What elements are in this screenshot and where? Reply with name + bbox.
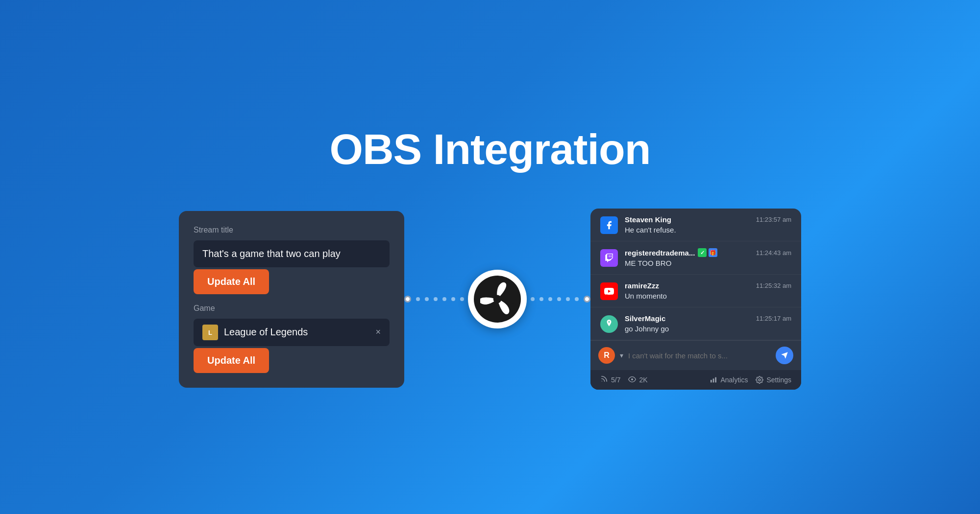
connection-line-left	[404, 270, 590, 328]
dot-r-2	[539, 297, 543, 301]
eye-icon	[628, 375, 636, 385]
msg-time-4: 11:25:17 am	[756, 315, 791, 322]
settings-icon	[756, 376, 763, 384]
send-button[interactable]	[776, 347, 793, 364]
msg-time-1: 11:23:57 am	[756, 216, 791, 223]
dot-3	[434, 297, 438, 301]
game-clear-button[interactable]: ×	[375, 327, 381, 337]
dot-r-3	[548, 297, 552, 301]
periscope-icon	[600, 315, 618, 333]
chat-message-3: ramireZzz 11:25:32 am Un momento	[590, 275, 801, 307]
analytics-label: Analytics	[720, 376, 748, 384]
send-icon	[781, 351, 788, 359]
dot-r-5	[566, 297, 570, 301]
lol-icon: L	[202, 325, 218, 340]
dot-2	[425, 297, 429, 301]
facebook-icon	[600, 216, 618, 234]
user-avatar: R	[598, 347, 615, 364]
rss-signal-icon	[600, 375, 608, 383]
game-update-button[interactable]: Update All	[194, 348, 269, 373]
msg-username-4: SilverMagic	[625, 314, 665, 323]
chat-messages: Steaven King 11:23:57 am He can't refuse…	[590, 209, 801, 340]
analytics-icon	[710, 376, 717, 384]
twitch-badges: ✓ 🎁	[698, 248, 717, 257]
chat-message-1: Steaven King 11:23:57 am He can't refuse…	[590, 209, 801, 241]
badge-blue: 🎁	[709, 248, 717, 257]
stream-title-section: Stream title Update All	[194, 226, 390, 294]
connector-dot-right	[584, 296, 590, 303]
dot-r-1	[531, 297, 535, 301]
msg-username-2: registeredtradema... ✓ 🎁	[625, 248, 717, 257]
svg-point-4	[602, 381, 602, 381]
svg-point-5	[631, 378, 633, 380]
dot-5	[451, 297, 455, 301]
msg-text-1: He can't refuse.	[625, 226, 791, 234]
svg-point-3	[493, 295, 502, 304]
connector-dot-left	[404, 296, 411, 303]
stream-status: 5/7	[600, 375, 620, 385]
game-input-wrapper[interactable]: L League of Legends ×	[194, 319, 390, 346]
settings-label: Settings	[766, 376, 791, 384]
msg-content-3: ramireZzz 11:25:32 am Un momento	[625, 281, 791, 300]
status-bar: 5/7 2K Analytics	[590, 370, 801, 390]
svg-rect-8	[715, 377, 717, 383]
stream-update-button[interactable]: Update All	[194, 269, 269, 294]
msg-text-3: Un momento	[625, 292, 791, 300]
stream-count: 5/7	[611, 376, 620, 384]
svg-rect-6	[710, 380, 712, 382]
msg-content-4: SilverMagic 11:25:17 am go Johnny go	[625, 314, 791, 333]
stream-title-input[interactable]	[194, 240, 390, 267]
rss-icon	[600, 375, 608, 385]
msg-content-1: Steaven King 11:23:57 am He can't refuse…	[625, 215, 791, 234]
svg-point-9	[759, 379, 760, 381]
chat-message-input[interactable]	[628, 351, 771, 360]
analytics-button[interactable]: Analytics	[710, 376, 748, 384]
viewer-status: 2K	[628, 375, 647, 385]
msg-text-2: ME TOO BRO	[625, 259, 791, 267]
msg-time-3: 11:25:32 am	[756, 282, 791, 289]
svg-rect-7	[713, 378, 714, 382]
dot-4	[442, 297, 446, 301]
twitch-icon	[600, 249, 618, 267]
chat-input-area: R ▾	[590, 340, 801, 370]
dot-r-6	[575, 297, 579, 301]
settings-button[interactable]: Settings	[756, 376, 791, 384]
game-label: Game	[194, 304, 390, 313]
viewers-icon	[628, 375, 636, 383]
main-content: Stream title Update All Game L League of…	[0, 209, 980, 390]
platform-dropdown-arrow[interactable]: ▾	[620, 351, 623, 359]
msg-username-3: ramireZzz	[625, 281, 659, 290]
right-panel: Steaven King 11:23:57 am He can't refuse…	[590, 209, 801, 390]
svg-text:L: L	[208, 329, 212, 336]
page-title: OBS Integration	[330, 124, 651, 174]
obs-triskelion-icon	[480, 282, 514, 316]
dot-r-4	[557, 297, 561, 301]
msg-username-1: Steaven King	[625, 215, 671, 224]
dot-6	[460, 297, 464, 301]
left-panel: Stream title Update All Game L League of…	[179, 211, 404, 388]
obs-logo-container	[468, 270, 527, 328]
obs-inner	[474, 276, 521, 323]
viewer-count: 2K	[639, 376, 647, 384]
dot-1	[416, 297, 420, 301]
stream-title-label: Stream title	[194, 226, 390, 234]
game-section: Game L League of Legends × Update All	[194, 304, 390, 373]
msg-text-4: go Johnny go	[625, 325, 791, 333]
badge-green: ✓	[698, 248, 707, 257]
game-name-text: League of Legends	[224, 327, 369, 338]
youtube-icon	[600, 282, 618, 300]
chat-message-4: SilverMagic 11:25:17 am go Johnny go	[590, 307, 801, 340]
msg-time-2: 11:24:43 am	[756, 249, 791, 257]
obs-circle	[468, 270, 527, 328]
msg-content-2: registeredtradema... ✓ 🎁 11:24:43 am ME …	[625, 248, 791, 267]
chat-message-2: registeredtradema... ✓ 🎁 11:24:43 am ME …	[590, 241, 801, 275]
